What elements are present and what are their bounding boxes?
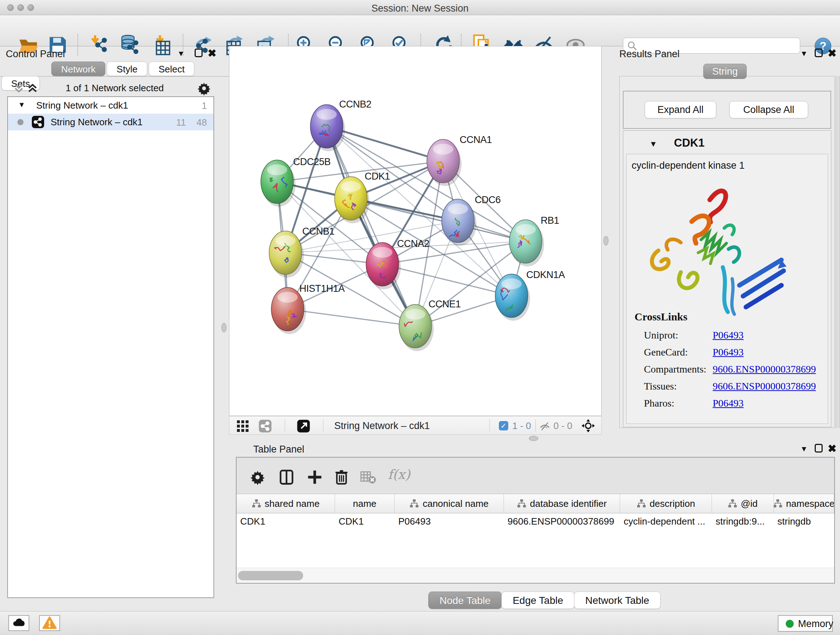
column-header-database-identifier[interactable]: database identifier <box>504 494 620 513</box>
grid-view-icon[interactable] <box>237 420 249 432</box>
crosslink-link[interactable]: P06493 <box>713 329 744 341</box>
tab-string[interactable]: String <box>703 64 747 79</box>
tab-node-table[interactable]: Node Table <box>428 592 502 609</box>
node-label-CDC25B: CDC25B <box>293 157 331 167</box>
table-cell[interactable]: 9606.ENSP00000378699 <box>504 513 620 530</box>
results-panel-close-icon[interactable]: ✖ <box>828 47 836 59</box>
import-network-database-icon[interactable] <box>120 35 141 55</box>
results-panel-menu-icon[interactable]: ▼ <box>800 49 808 58</box>
table-hscrollbar <box>237 568 834 583</box>
network-options-gear-icon[interactable] <box>197 81 211 96</box>
network-collection-row[interactable]: ▼ String Network – cdk1 1 <box>8 97 213 114</box>
node-label-CDK1: CDK1 <box>365 171 390 182</box>
network-row-selected[interactable]: String Network – cdk1 11 48 <box>8 114 213 130</box>
control-panel-float-icon[interactable] <box>195 49 202 57</box>
show-columns-icon[interactable] <box>279 469 294 485</box>
node-CCNA2[interactable]: CCNA2 <box>366 238 429 289</box>
hidden-eye-slash-icon[interactable] <box>539 421 551 432</box>
table-row: CDK1CDK1P064939606.ENSP00000378699cyclin… <box>237 513 834 530</box>
node-CCNB1[interactable]: CCNB1 <box>269 226 335 278</box>
entry-collapse-icon[interactable]: ▼ <box>649 139 657 149</box>
edge-HIST1H1A-CCNE1[interactable] <box>287 309 415 326</box>
network-tree: ▼ String Network – cdk1 1 String Network… <box>7 96 214 598</box>
warning-icon <box>42 616 57 630</box>
tab-network[interactable]: Network <box>51 62 105 76</box>
import-table-file-icon[interactable] <box>151 35 172 55</box>
crosslink-link[interactable]: 9606.ENSP00000378699 <box>713 380 816 392</box>
crosslink-label: Compartments: <box>644 363 706 375</box>
tab-style[interactable]: Style <box>107 62 147 76</box>
crosslink-link[interactable]: P06493 <box>713 347 744 358</box>
node-CCNE1[interactable]: CCNE1 <box>399 299 461 351</box>
open-in-new-icon[interactable] <box>297 419 310 433</box>
crosslink-link[interactable]: 9606.ENSP00000378699 <box>713 363 816 375</box>
node-label-CDC6: CDC6 <box>475 195 501 205</box>
table-cell[interactable]: P06493 <box>395 513 504 530</box>
table-cell[interactable]: CDK1 <box>237 513 335 530</box>
node-label-CCNE1: CCNE1 <box>428 299 461 310</box>
node-RB1[interactable]: RB1 <box>509 215 559 266</box>
node-CCNB2[interactable]: CCNB2 <box>310 99 371 151</box>
delete-table-icon[interactable] <box>360 469 376 485</box>
column-header-@id[interactable]: @id <box>712 494 774 513</box>
results-scrollbar[interactable] <box>836 76 840 428</box>
collection-expand-icon[interactable]: ▼ <box>18 101 25 109</box>
table-cell[interactable]: stringdb:9... <box>712 513 774 530</box>
cytoscape-window: Session: New Session <box>0 0 840 635</box>
import-network-file-icon[interactable] <box>89 35 110 55</box>
table-cell[interactable]: cyclin-dependent ... <box>620 513 712 530</box>
collapse-all-button[interactable]: Collapse All <box>729 101 808 119</box>
node-HIST1H1A[interactable]: HIST1H1A <box>271 283 345 334</box>
results-panel-float-icon[interactable] <box>815 49 823 57</box>
protein-structure-image <box>638 177 797 322</box>
window-title: Session: New Session <box>0 3 840 14</box>
delete-column-trash-icon[interactable] <box>333 469 349 485</box>
table-panel-close-icon[interactable]: ✖ <box>828 442 836 455</box>
column-header-canonical-name[interactable]: canonical name <box>395 494 504 513</box>
table-options-gear-icon[interactable] <box>249 469 265 485</box>
node-CDKN1A[interactable]: CDKN1A <box>495 269 565 321</box>
right-splitter-handle[interactable] <box>603 236 608 245</box>
control-panel-title: Control Panel <box>6 49 65 60</box>
left-splitter-handle[interactable] <box>221 323 226 333</box>
pan-crosshair-icon[interactable] <box>581 418 595 433</box>
node-CDC25B[interactable]: CDC25B <box>261 157 331 207</box>
crosslink-row: Tissues:9606.ENSP00000378699 <box>635 378 823 395</box>
tab-select[interactable]: Select <box>149 62 194 76</box>
table-cell[interactable]: stringdb <box>774 513 834 530</box>
main-toolbar: ? <box>0 15 840 46</box>
control-panel-close-icon[interactable]: ✖ <box>208 47 216 59</box>
control-panel-menu-icon[interactable]: ▼ <box>177 49 185 58</box>
table-panel-menu-icon[interactable]: ▼ <box>800 445 808 453</box>
crosslink-row: Uniprot:P06493 <box>635 327 823 344</box>
titlebar: Session: New Session <box>0 0 840 15</box>
crosslinks-title: CrossLinks <box>635 310 823 323</box>
warning-status-button[interactable] <box>39 615 60 631</box>
edge-CCNB2-CCNE1[interactable] <box>327 126 415 326</box>
network-canvas[interactable]: CCNB2CCNA1CDC25BCDK1CDC6RB1CCNB1CCNA2CDK… <box>229 46 602 416</box>
node-label-CDKN1A: CDKN1A <box>526 269 565 280</box>
expand-all-button[interactable]: Expand All <box>645 101 716 119</box>
cloud-icon <box>11 616 26 630</box>
memory-button[interactable]: Memory <box>778 615 833 632</box>
node-CDC6[interactable]: CDC6 <box>442 195 501 246</box>
create-column-plus-icon[interactable] <box>307 469 323 485</box>
node-CCNA1[interactable]: CCNA1 <box>427 134 492 186</box>
network-current-dot <box>17 119 24 125</box>
crosslink-row: Pharos:P06493 <box>635 395 823 412</box>
birdseye-share-icon[interactable] <box>258 419 272 433</box>
cloud-status-button[interactable] <box>8 615 29 631</box>
bottom-splitter-handle[interactable] <box>529 436 538 441</box>
tab-network-table[interactable]: Network Table <box>574 592 660 609</box>
selected-checkbox-icon[interactable]: ✓ <box>499 421 508 431</box>
table-hscrollbar-thumb[interactable] <box>238 571 303 580</box>
table-panel-float-icon[interactable] <box>815 444 823 453</box>
function-builder-icon[interactable]: f(x) <box>388 467 410 482</box>
column-header-namespace[interactable]: namespace <box>774 494 834 513</box>
crosslink-link[interactable]: P06493 <box>713 397 744 409</box>
column-header-description[interactable]: description <box>620 494 712 513</box>
column-header-shared-name[interactable]: shared name <box>237 494 335 513</box>
column-header-name[interactable]: name <box>335 494 395 513</box>
table-cell[interactable]: CDK1 <box>335 513 395 530</box>
tab-edge-table[interactable]: Edge Table <box>501 592 575 609</box>
